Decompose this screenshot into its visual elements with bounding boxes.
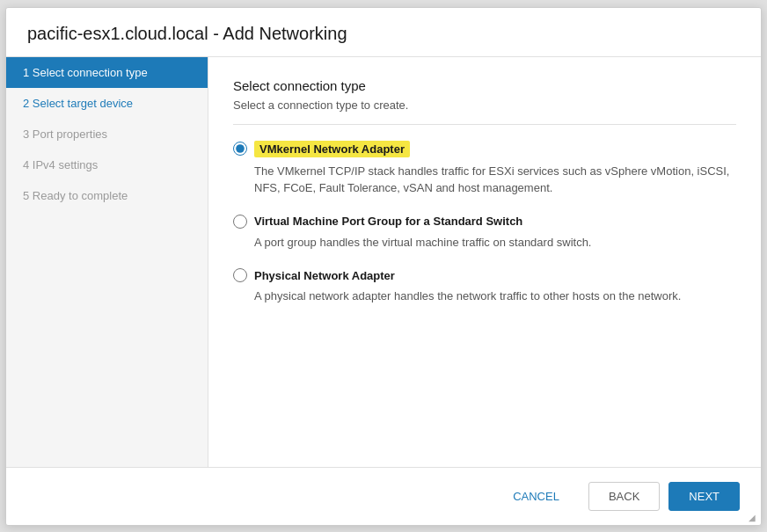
back-button[interactable]: BACK (588, 482, 660, 511)
add-networking-dialog: pacific-esx1.cloud.local - Add Networkin… (5, 7, 762, 526)
sidebar-item-step5: 5 Ready to complete (6, 180, 208, 211)
sidebar-item-step1[interactable]: 1 Select connection type (6, 57, 208, 88)
main-content: Select connection type Select a connecti… (208, 57, 761, 467)
sidebar: 1 Select connection type2 Select target … (6, 57, 208, 467)
cancel-button[interactable]: CANCEL (493, 482, 580, 511)
radio-label-row-vm-port-group: Virtual Machine Port Group for a Standar… (233, 215, 736, 229)
sidebar-item-step3: 3 Port properties (6, 119, 208, 149)
radio-option-vmkernel: VMkernel Network AdapterThe VMkernel TCP… (233, 141, 736, 197)
radio-label-text-vm-port-group[interactable]: Virtual Machine Port Group for a Standar… (254, 215, 522, 228)
connection-type-radio-group: VMkernel Network AdapterThe VMkernel TCP… (233, 141, 736, 305)
resize-handle[interactable]: ◢ (749, 513, 757, 521)
section-subtitle: Select a connection type to create. (233, 98, 736, 125)
radio-description-vm-port-group: A port group handles the virtual machine… (233, 234, 736, 251)
dialog-title: pacific-esx1.cloud.local - Add Networkin… (6, 8, 761, 57)
radio-option-physical-adapter: Physical Network AdapterA physical netwo… (233, 268, 736, 305)
sidebar-item-step2[interactable]: 2 Select target device (6, 88, 208, 119)
dialog-body: 1 Select connection type2 Select target … (6, 57, 761, 467)
next-button[interactable]: NEXT (668, 482, 740, 511)
radio-label-text-physical-adapter[interactable]: Physical Network Adapter (254, 269, 395, 282)
dialog-footer: CANCEL BACK NEXT (6, 467, 761, 525)
sidebar-item-step4: 4 IPv4 settings (6, 149, 208, 180)
radio-input-physical-adapter[interactable] (233, 268, 247, 282)
section-title: Select connection type (233, 78, 736, 93)
radio-input-vm-port-group[interactable] (233, 215, 247, 229)
radio-label-row-physical-adapter: Physical Network Adapter (233, 268, 736, 282)
radio-description-physical-adapter: A physical network adapter handles the n… (233, 288, 736, 305)
radio-description-vmkernel: The VMkernel TCP/IP stack handles traffi… (233, 163, 736, 197)
radio-input-vmkernel[interactable] (233, 142, 247, 156)
radio-label-text-vmkernel[interactable]: VMkernel Network Adapter (254, 141, 410, 157)
radio-option-vm-port-group: Virtual Machine Port Group for a Standar… (233, 215, 736, 251)
radio-label-row-vmkernel: VMkernel Network Adapter (233, 141, 736, 157)
